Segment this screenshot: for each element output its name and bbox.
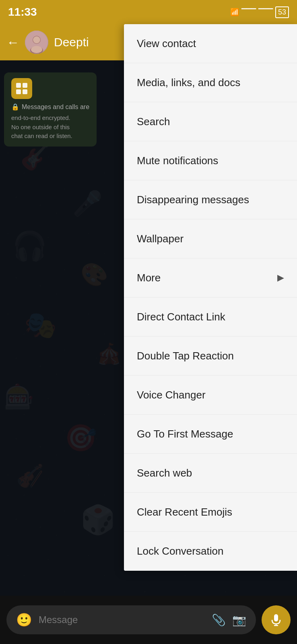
menu-item-label-1: Media, links, and docs [137, 76, 240, 89]
menu-item-label-11: Search web [137, 467, 192, 479]
menu-item-3[interactable]: Mute notifications [124, 141, 297, 180]
menu-item-13[interactable]: Lock Conversation [124, 532, 297, 571]
menu-item-10[interactable]: Go To First Message [124, 415, 297, 454]
mic-button[interactable] [262, 605, 291, 634]
menu-item-4[interactable]: Disappearing messages [124, 180, 297, 219]
context-menu: View contactMedia, links, and docsSearch… [124, 24, 297, 571]
menu-item-label-8: Double Tap Reaction [137, 350, 234, 362]
grid-icon [15, 82, 28, 95]
menu-item-label-3: Mute notifications [137, 155, 218, 167]
mic-icon [270, 613, 283, 626]
svg-point-4 [31, 46, 42, 53]
message-input-field[interactable]: 🙂 Message 📎 📷 [6, 605, 256, 634]
menu-item-6[interactable]: More▶ [124, 258, 297, 297]
menu-item-5[interactable]: Wallpaper [124, 219, 297, 258]
avatar-svg [25, 31, 48, 54]
enc-text-line1: Messages and calls are [22, 102, 89, 112]
menu-item-label-12: Clear Recent Emojis [137, 506, 232, 518]
camera-icon[interactable]: 📷 [232, 613, 246, 627]
svg-rect-8 [23, 89, 27, 94]
menu-item-label-5: Wallpaper [137, 233, 184, 245]
signal-icon-1: ▔▔▔ [241, 8, 256, 16]
menu-item-label-13: Lock Conversation [137, 545, 223, 557]
wifi-icon: 📶 [230, 8, 239, 17]
deco-icon-7: 🎭 [24, 310, 57, 341]
menu-item-7[interactable]: Direct Contact Link [124, 297, 297, 336]
menu-item-label-4: Disappearing messages [137, 194, 249, 206]
menu-item-2[interactable]: Search [124, 102, 297, 141]
menu-item-label-2: Search [137, 116, 170, 128]
menu-item-8[interactable]: Double Tap Reaction [124, 336, 297, 376]
menu-item-label-9: Voice Changer [137, 389, 206, 401]
encryption-notice: 🔒 Messages and calls are end-to-end encr… [4, 72, 97, 147]
menu-item-11[interactable]: Search web [124, 454, 297, 493]
deco-icon-12: 🎲 [80, 503, 116, 536]
deco-icon-4: 🎤 [72, 189, 103, 218]
avatar-image [25, 31, 48, 54]
message-placeholder: Message [39, 614, 205, 625]
svg-rect-7 [16, 89, 21, 94]
menu-item-12[interactable]: Clear Recent Emojis [124, 493, 297, 532]
enc-text-body: end-to-end encrypted.No one outside of t… [11, 114, 89, 141]
deco-icon-8: 🎪 [97, 342, 122, 365]
lock-icon: 🔒 [11, 102, 19, 112]
svg-rect-9 [274, 614, 278, 621]
battery-indicator: 53 [275, 6, 289, 18]
deco-icon-11: 🎻 [16, 463, 44, 489]
enc-icon [11, 78, 32, 99]
menu-item-9[interactable]: Voice Changer [124, 376, 297, 415]
menu-item-1[interactable]: Media, links, and docs [124, 63, 297, 102]
svg-rect-6 [23, 83, 27, 88]
menu-item-label-7: Direct Contact Link [137, 311, 225, 323]
deco-icon-10: 🎯 [64, 423, 97, 453]
signal-icon-2: ▔▔▔ [258, 8, 273, 16]
back-button[interactable]: ← [6, 35, 19, 50]
svg-rect-5 [16, 83, 21, 88]
input-bar: 🙂 Message 📎 📷 [0, 596, 297, 644]
menu-item-label-6: More [137, 272, 161, 284]
deco-icon-9: 🎰 [4, 382, 34, 411]
attach-icon[interactable]: 📎 [212, 613, 226, 627]
status-bar: 11:33 📶 ▔▔▔ ▔▔▔ 53 [0, 0, 297, 24]
status-time: 11:33 [8, 6, 37, 19]
menu-item-label-10: Go To First Message [137, 428, 233, 440]
deco-icon-5: 🎧 [12, 229, 47, 262]
emoji-button[interactable]: 🙂 [16, 612, 32, 627]
deco-icon-6: 🎨 [80, 262, 108, 288]
menu-item-arrow-6: ▶ [277, 272, 284, 283]
menu-item-label-0: View contact [137, 37, 196, 50]
menu-item-0[interactable]: View contact [124, 24, 297, 63]
svg-point-3 [33, 36, 40, 43]
status-icons: 📶 ▔▔▔ ▔▔▔ 53 [230, 6, 289, 18]
avatar[interactable] [25, 31, 48, 54]
